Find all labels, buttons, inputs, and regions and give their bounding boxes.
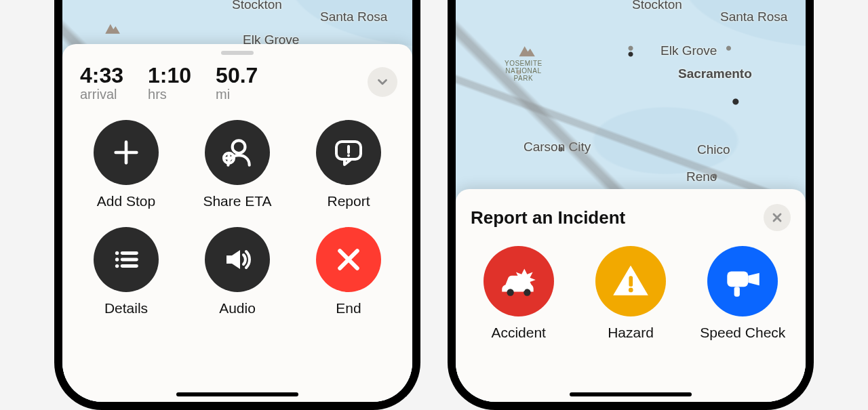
share-eta-label: Share ETA	[203, 193, 271, 209]
duration-value: 1:10	[148, 63, 191, 88]
svg-rect-24	[734, 287, 740, 296]
mountain-icon	[517, 41, 534, 58]
close-button[interactable]	[764, 204, 791, 231]
map-label-reno: Reno	[686, 169, 717, 184]
action-grid: Add Stop Share ETA	[62, 115, 412, 325]
map-label-elk-grove: Elk Grove	[660, 43, 717, 58]
accident-label: Accident	[491, 325, 546, 341]
speed-check-label: Speed Check	[700, 325, 785, 341]
duration-label: hrs	[148, 87, 191, 102]
end-label: End	[336, 300, 361, 316]
sheet-grabber[interactable]	[221, 51, 254, 55]
svg-point-19	[507, 289, 513, 295]
hazard-icon	[610, 260, 652, 302]
accident-icon	[496, 259, 541, 304]
incident-title: Report an Incident	[471, 207, 625, 228]
incident-sheet: Report an Incident A	[456, 189, 806, 402]
speed-check-icon	[720, 259, 765, 304]
svg-point-22	[629, 288, 633, 293]
add-stop-label: Add Stop	[97, 193, 155, 209]
details-button[interactable]: Details	[71, 227, 182, 316]
add-stop-button[interactable]: Add Stop	[71, 120, 182, 209]
report-icon	[332, 136, 365, 169]
details-label: Details	[104, 300, 148, 316]
share-eta-icon	[220, 136, 254, 169]
audio-button[interactable]: Audio	[182, 227, 293, 316]
svg-point-11	[115, 258, 119, 261]
incident-grid: Accident Hazard	[456, 243, 806, 345]
close-icon	[770, 211, 784, 224]
svg-rect-23	[728, 272, 749, 287]
nav-stats: 4:33 arrival 1:10 hrs 50.7 mi	[62, 59, 412, 115]
hazard-button[interactable]: Hazard	[574, 246, 686, 341]
list-icon	[111, 244, 142, 275]
map-label-stockton: Stockton	[232, 0, 282, 12]
map-label-sacramento: Sacramento	[678, 66, 752, 81]
phone-left: Stockton Santa Rosa Elk Grove 4:33 arriv…	[54, 0, 420, 410]
report-button[interactable]: Report	[293, 120, 404, 209]
share-eta-button[interactable]: Share ETA	[182, 120, 293, 209]
chevron-down-icon	[375, 75, 390, 89]
map-label-santa-rosa: Santa Rosa	[720, 9, 787, 24]
speaker-icon	[221, 243, 254, 276]
phone-right: Stockton Santa Rosa Elk Grove Sacramento…	[448, 0, 814, 410]
report-label: Report	[327, 193, 370, 209]
svg-point-9	[115, 251, 119, 255]
incident-header: Report an Incident	[456, 193, 806, 243]
distance-label: mi	[216, 87, 258, 102]
home-indicator[interactable]	[176, 392, 298, 396]
screen: Stockton Santa Rosa Elk Grove 4:33 arriv…	[62, 0, 412, 402]
plus-icon	[111, 137, 142, 168]
audio-label: Audio	[219, 300, 256, 316]
map-label-carson-city: Carson City	[524, 140, 591, 155]
svg-point-13	[115, 264, 119, 268]
distance-value: 50.7	[216, 63, 258, 88]
close-icon	[334, 245, 363, 274]
svg-point-8	[347, 154, 350, 157]
collapse-button[interactable]	[368, 67, 397, 97]
map-label-yosemite: YOSEMITE NATIONAL PARK	[505, 60, 542, 82]
hazard-label: Hazard	[608, 325, 654, 341]
stat-arrival: 4:33 arrival	[80, 63, 123, 102]
stat-duration: 1:10 hrs	[148, 63, 191, 102]
end-button[interactable]: End	[293, 227, 404, 316]
svg-rect-21	[629, 276, 633, 287]
arrival-value: 4:33	[80, 63, 123, 88]
arrival-label: arrival	[80, 87, 123, 102]
navigation-sheet: 4:33 arrival 1:10 hrs 50.7 mi	[62, 44, 412, 402]
map-label-santa-rosa: Santa Rosa	[320, 9, 387, 24]
home-indicator[interactable]	[570, 392, 692, 396]
map-label-stockton: Stockton	[632, 0, 682, 12]
map-label-chico: Chico	[697, 142, 730, 157]
stat-distance: 50.7 mi	[216, 63, 258, 102]
accident-button[interactable]: Accident	[462, 246, 574, 341]
speed-check-button[interactable]: Speed Check	[687, 246, 799, 341]
screen: Stockton Santa Rosa Elk Grove Sacramento…	[456, 0, 806, 402]
svg-point-2	[233, 140, 245, 153]
mountain-icon	[103, 19, 121, 37]
